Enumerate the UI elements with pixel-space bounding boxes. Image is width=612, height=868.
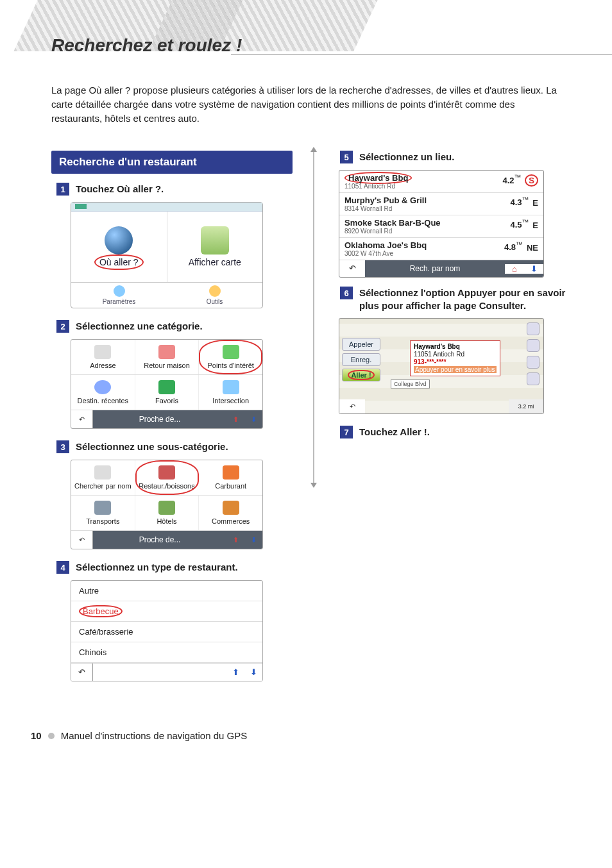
where-to-button[interactable]: Où aller ? <box>71 212 167 282</box>
subcat-food[interactable]: Restaur./boissons <box>135 460 200 495</box>
category-recent[interactable]: Destin. récentes <box>71 375 135 410</box>
search-by-name[interactable]: Rech. par nom <box>365 264 505 273</box>
view-map-label: Afficher carte <box>189 257 241 267</box>
label: Barbecue <box>79 605 123 617</box>
category-favorites[interactable]: Favoris <box>135 375 200 410</box>
result-row[interactable]: Murphy's Pub & Grill8314 Wornall Rd 4.3™… <box>339 193 543 215</box>
column-divider <box>313 151 314 484</box>
step-3: 3 Sélectionnez une sous-catégorie. <box>56 440 293 453</box>
info-icon[interactable] <box>527 339 540 352</box>
page-number: 10 <box>31 730 42 741</box>
back-button[interactable]: ↶ <box>71 531 93 549</box>
call-button[interactable]: Appeler <box>342 338 380 351</box>
scroll-down[interactable]: ⬇ <box>244 415 262 424</box>
home-screen: Où aller ? Afficher carte Paramètres Out… <box>71 202 263 308</box>
label: Hôtels <box>157 517 176 525</box>
subcat-fuel[interactable]: Carburant <box>199 460 262 495</box>
result-dir: E <box>532 221 538 230</box>
scroll-up[interactable]: ⌂ <box>505 264 524 274</box>
result-name: Murphy's Pub & Grill <box>344 196 427 205</box>
back-button[interactable]: ↶ <box>339 399 365 413</box>
type-item[interactable]: Chinois <box>71 642 262 663</box>
label: Commerces <box>212 517 250 525</box>
result-addr: 3002 W 47th Ave <box>344 250 427 257</box>
wrench-icon <box>114 285 125 297</box>
toolbox-icon <box>209 285 221 297</box>
category-intersection[interactable]: Intersection <box>199 375 262 410</box>
scroll-up[interactable]: ⬆ <box>226 415 244 424</box>
scroll-down[interactable]: ⬇ <box>244 667 262 677</box>
intersection-icon <box>223 380 239 394</box>
magnifier-icon <box>105 226 133 255</box>
step-number: 6 <box>340 287 353 299</box>
scroll-up[interactable]: ⬆ <box>226 536 244 544</box>
signal-icon <box>75 204 87 209</box>
view-map-button[interactable]: Afficher carte <box>167 212 263 282</box>
category-go-home[interactable]: Retour maison <box>135 340 200 374</box>
settings-button[interactable]: Paramètres <box>71 283 167 308</box>
result-dist: 4.5 <box>510 221 522 230</box>
go-button[interactable]: Aller ! <box>342 369 380 381</box>
result-name: Smoke Stack Bar-B-Que <box>344 218 441 228</box>
layers-icon[interactable] <box>527 372 540 385</box>
review-screen: Appeler Enreg. Aller ! Hayward's Bbq 110… <box>339 318 544 414</box>
scale-label: 3.2 mi <box>509 399 543 413</box>
category-address[interactable]: Adresse <box>71 340 135 374</box>
step-number: 5 <box>340 151 353 163</box>
callout-addr: 11051 Antioch Rd <box>414 351 464 358</box>
step-number: 1 <box>56 183 69 196</box>
subcat-transport[interactable]: Transports <box>71 496 135 530</box>
result-dist: 4.3 <box>510 198 522 208</box>
scroll-down[interactable]: ⬇ <box>524 264 543 274</box>
step-text: Sélectionnez un lieu. <box>359 151 454 163</box>
step-number: 3 <box>56 440 69 453</box>
back-button[interactable]: ↶ <box>71 410 93 428</box>
back-button[interactable]: ↶ <box>71 664 93 681</box>
scroll-up[interactable]: ⬆ <box>226 667 244 677</box>
result-unit: ™ <box>522 196 529 203</box>
scroll-down[interactable]: ⬇ <box>244 536 262 544</box>
street-label: College Blvd <box>391 380 430 388</box>
type-item-barbecue[interactable]: Barbecue <box>71 601 262 622</box>
page-title: Recherchez et roulez ! <box>51 35 242 56</box>
category-poi[interactable]: Points d'intérêt <box>199 340 262 374</box>
subcat-hotels[interactable]: Hôtels <box>135 496 200 530</box>
right-column: 5 Sélectionnez un lieu. Hayward's Bbq110… <box>335 151 576 685</box>
go-label: Aller ! <box>348 370 374 380</box>
target-icon[interactable] <box>527 356 540 369</box>
page: Recherchez et roulez ! La page Où aller … <box>0 0 612 760</box>
label: Points d'intérêt <box>207 362 253 369</box>
tools-button[interactable]: Outils <box>167 283 262 308</box>
label: Carburant <box>215 482 246 490</box>
callout-name: Hayward's Bbq <box>414 343 460 350</box>
label: Adresse <box>90 362 115 369</box>
step-1: 1 Touchez Où aller ?. <box>56 183 293 196</box>
back-button[interactable]: ↶ <box>339 260 365 277</box>
zoom-icon[interactable] <box>527 322 540 335</box>
step-number: 4 <box>56 561 69 574</box>
type-item[interactable]: Café/brasserie <box>71 622 262 642</box>
save-button[interactable]: Enreg. <box>342 353 380 366</box>
category-screen: Adresse Retour maison Points d'intérêt D… <box>71 339 263 429</box>
type-item[interactable]: Autre <box>71 581 262 601</box>
result-row[interactable]: Smoke Stack Bar-B-Que8920 Wornall Rd 4.5… <box>339 215 543 238</box>
restaurant-type-screen: Autre Barbecue Café/brasserie Chinois ↶ … <box>71 580 263 681</box>
result-dist: 4.2 <box>502 176 514 185</box>
settings-label: Paramètres <box>103 298 136 305</box>
step-7: 7 Touchez Aller !. <box>340 426 576 438</box>
result-row[interactable]: Hayward's Bbq11051 Antioch Rd 4.2™S <box>339 171 543 193</box>
subcat-shopping[interactable]: Commerces <box>199 496 262 530</box>
near-label[interactable]: Proche de... <box>93 415 226 424</box>
near-label[interactable]: Proche de... <box>93 535 226 544</box>
step-text: Sélectionnez une catégorie. <box>76 320 203 333</box>
map-callout[interactable]: Hayward's Bbq 11051 Antioch Rd 913-***-*… <box>410 340 500 376</box>
header: Recherchez et roulez ! <box>0 0 612 64</box>
tools-label: Outils <box>207 298 223 305</box>
subcat-spell[interactable]: Chercher par nom <box>71 460 135 495</box>
columns: Recherche d'un restaurant 1 Touchez Où a… <box>0 151 612 685</box>
result-addr: 8920 Wornall Rd <box>344 228 441 235</box>
result-dist: 4.8 <box>504 243 516 253</box>
result-row[interactable]: Oklahoma Joe's Bbq3002 W 47th Ave 4.8™NE <box>339 238 543 260</box>
transport-icon <box>94 501 111 515</box>
fuel-icon <box>223 465 239 480</box>
